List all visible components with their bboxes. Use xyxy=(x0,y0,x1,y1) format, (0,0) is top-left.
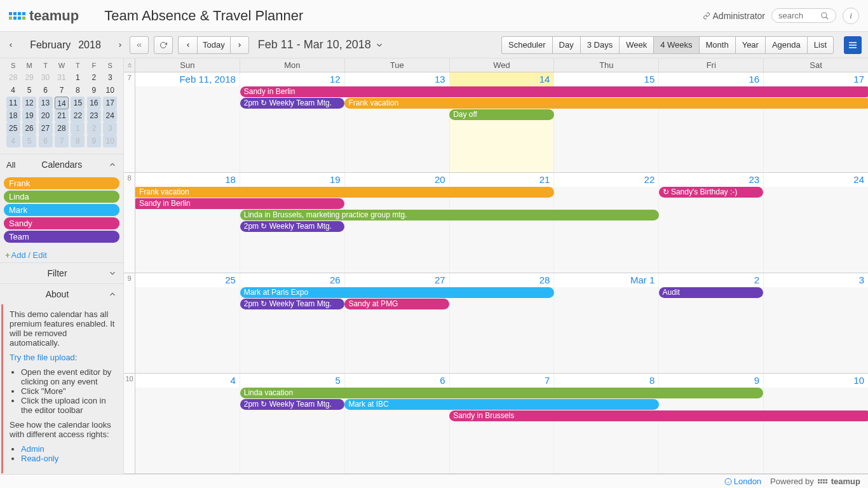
day-cell[interactable]: 9 xyxy=(659,374,764,388)
mini-day[interactable]: 8 xyxy=(70,84,86,97)
event[interactable]: Sandy at PMG xyxy=(344,299,449,309)
mini-day[interactable]: 28 xyxy=(5,71,21,84)
mini-day[interactable]: 11 xyxy=(5,97,21,109)
mini-day[interactable]: 21 xyxy=(53,109,69,122)
event[interactable]: Sandy in Berlin xyxy=(135,198,344,209)
mini-day[interactable]: 3 xyxy=(102,122,118,135)
mini-day[interactable]: 20 xyxy=(37,109,53,122)
mini-day[interactable]: 9 xyxy=(86,84,102,97)
mini-day[interactable]: 27 xyxy=(37,122,53,135)
view-scheduler[interactable]: Scheduler xyxy=(501,36,552,54)
day-cell[interactable]: 4 xyxy=(135,374,240,388)
mini-day[interactable]: 7 xyxy=(53,135,69,147)
day-cell[interactable]: 10 xyxy=(764,374,868,388)
mini-day[interactable]: 10 xyxy=(102,84,118,97)
search-input[interactable] xyxy=(778,11,817,20)
day-cell[interactable]: 24 xyxy=(764,173,868,187)
day-cell[interactable]: Feb 11, 2018 xyxy=(135,72,240,86)
mini-day[interactable]: 5 xyxy=(21,84,37,97)
day-cell[interactable]: 22 xyxy=(554,173,659,187)
mini-day[interactable]: 23 xyxy=(86,109,102,122)
mini-day[interactable]: 1 xyxy=(70,71,86,84)
event[interactable]: 2pm ↻ Weekly Team Mtg. xyxy=(240,299,345,309)
administrator-link[interactable]: Administrator xyxy=(703,11,765,21)
event[interactable]: Audit xyxy=(659,287,764,298)
next-button[interactable] xyxy=(230,36,249,54)
date-range-selector[interactable]: Feb 11 - Mar 10, 2018 xyxy=(258,38,384,51)
timezone-link[interactable]: London xyxy=(724,477,761,486)
about-link-admin[interactable]: Admin xyxy=(21,444,44,454)
view-4weeks[interactable]: 4 Weeks xyxy=(653,36,698,54)
day-cell[interactable]: 23 xyxy=(659,173,764,187)
day-cell[interactable]: 25 xyxy=(135,273,240,287)
mini-day[interactable]: 4 xyxy=(5,84,21,97)
mini-day[interactable]: 6 xyxy=(37,135,53,147)
mini-day[interactable]: 15 xyxy=(70,97,86,109)
calendar-sandy[interactable]: Sandy xyxy=(4,217,119,229)
calendar-team[interactable]: Team xyxy=(4,231,119,243)
info-button[interactable]: i xyxy=(843,8,859,24)
event[interactable]: Linda vacation xyxy=(240,388,764,398)
view-list[interactable]: List xyxy=(807,36,834,54)
mini-day[interactable]: 8 xyxy=(70,135,86,147)
filter-header[interactable]: Filter xyxy=(0,263,123,283)
mini-day[interactable]: 26 xyxy=(21,122,37,135)
day-cell[interactable]: 2 xyxy=(659,273,764,287)
mini-day[interactable]: 24 xyxy=(102,109,118,122)
about-link-readonly[interactable]: Read-only xyxy=(21,454,58,463)
mini-day[interactable]: 6 xyxy=(37,84,53,97)
calendar-mark[interactable]: Mark xyxy=(4,204,119,216)
mini-day[interactable]: 2 xyxy=(86,71,102,84)
mini-day[interactable]: 13 xyxy=(37,97,53,109)
event[interactable]: Day off xyxy=(449,109,554,120)
mini-day[interactable]: 1 xyxy=(70,122,86,135)
search-box[interactable] xyxy=(771,8,836,23)
event[interactable]: Frank vacation xyxy=(344,98,868,109)
day-cell[interactable]: 5 xyxy=(240,374,345,388)
day-cell[interactable]: 27 xyxy=(345,273,450,287)
about-header[interactable]: About xyxy=(0,284,123,304)
mini-month[interactable]: February xyxy=(30,39,71,51)
mini-day[interactable]: 30 xyxy=(37,71,53,84)
mini-day[interactable]: 12 xyxy=(21,97,37,109)
mini-day[interactable]: 31 xyxy=(53,71,69,84)
refresh-button[interactable] xyxy=(154,36,173,54)
day-cell[interactable]: 16 xyxy=(659,72,764,86)
day-cell[interactable]: 18 xyxy=(135,173,240,187)
view-month[interactable]: Month xyxy=(699,36,735,54)
mini-day[interactable]: 10 xyxy=(102,135,118,147)
day-cell[interactable]: 13 xyxy=(345,72,450,86)
day-cell[interactable]: 17 xyxy=(764,72,868,86)
mini-next-button[interactable] xyxy=(116,39,125,51)
day-cell[interactable]: 8 xyxy=(554,374,659,388)
today-button[interactable]: Today xyxy=(197,36,230,54)
expand-rows-button[interactable] xyxy=(124,58,135,72)
mini-day[interactable]: 25 xyxy=(5,122,21,135)
event[interactable]: 2pm ↻ Weekly Team Mtg. xyxy=(240,98,345,109)
mini-day[interactable]: 28 xyxy=(53,122,69,135)
nav-first-button[interactable] xyxy=(130,36,149,54)
day-cell[interactable]: 19 xyxy=(240,173,345,187)
day-cell[interactable]: 6 xyxy=(345,374,450,388)
event[interactable]: Linda in Brussels, marketing practice gr… xyxy=(240,210,659,220)
event[interactable]: Mark at IBC xyxy=(344,399,658,410)
day-cell[interactable]: 20 xyxy=(345,173,450,187)
view-day[interactable]: Day xyxy=(552,36,580,54)
day-cell[interactable]: 15 xyxy=(554,72,659,86)
day-cell[interactable]: 7 xyxy=(450,374,555,388)
event[interactable]: 2pm ↻ Weekly Team Mtg. xyxy=(240,221,345,232)
mini-day[interactable]: 5 xyxy=(21,135,37,147)
mini-day[interactable]: 29 xyxy=(21,71,37,84)
mini-day[interactable]: 4 xyxy=(5,135,21,147)
calendars-header[interactable]: All Calendars xyxy=(0,154,123,175)
view-week[interactable]: Week xyxy=(619,36,653,54)
mini-day[interactable]: 16 xyxy=(86,97,102,109)
event[interactable]: Sandy in Brussels xyxy=(449,410,868,421)
prev-button[interactable] xyxy=(178,36,197,54)
mini-year[interactable]: 2018 xyxy=(78,39,101,51)
event[interactable]: 2pm ↻ Weekly Team Mtg. xyxy=(240,399,345,410)
day-cell[interactable]: 14 xyxy=(450,72,555,86)
add-edit-button[interactable]: +Add / Edit xyxy=(0,248,123,262)
day-cell[interactable]: 28 xyxy=(450,273,555,287)
day-cell[interactable]: 3 xyxy=(764,273,868,287)
